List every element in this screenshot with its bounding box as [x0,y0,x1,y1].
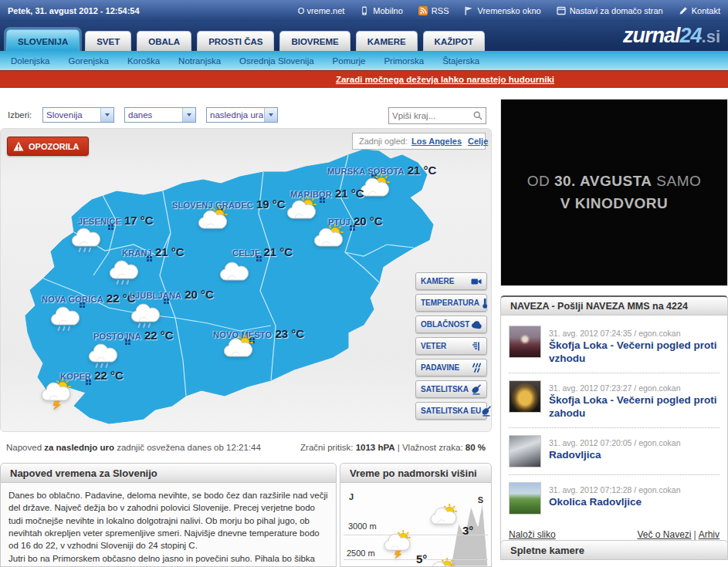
filter-select[interactable]: danes [124,107,196,123]
city-marker[interactable]: KOPER 22 °C [60,369,124,382]
region-link[interactable]: Štajerska [442,56,479,66]
warnings-button[interactable]: OPOZORILA [7,137,89,156]
naveza-thumbnail[interactable] [509,380,541,413]
altitude-body: J S 3000 m 3° 2500 m 5 [340,483,492,567]
city-temperature: 22 °C [144,329,174,342]
pencil-icon [679,6,688,15]
topbar-link[interactable]: Nastavi za domačo stran [557,6,663,15]
naveza-item: 31. avg. 2012 07:24:35 / egon.cokan Škof… [509,319,720,373]
map-layer-button[interactable]: SATELITSKA EU [415,402,487,420]
naveza-item-link[interactable]: Škofja Loka - Večerni pogled proti vzhod… [549,339,720,366]
more-naveza-link[interactable]: Več o Navezi [637,529,691,540]
city-marker[interactable]: JESENICE 17 °C [78,214,154,227]
alert-link[interactable]: Zaradi močnega deževja lahko narastejo h… [336,75,554,84]
city-temperature: 21 °C [155,245,185,258]
naveza-item-link[interactable]: Okolica Radovljice [549,496,680,509]
naveza-date: 31. avg. 2012 07:12:28 / egon.cokan [549,485,680,494]
region-nav: Dolenjska Gorenjska Koroška Notranjska O… [0,51,728,70]
forecast-text: Danes bo oblačno. Padavine, deloma nevih… [0,483,337,567]
naveza-thumbnail[interactable] [509,482,541,515]
topbar-link[interactable]: Vremensko okno [464,6,540,15]
chevron-down-icon[interactable] [264,108,277,122]
naveza-panel: NAVEZA - Pošlji NAVEZA MMS na 4224 31. a… [500,295,728,547]
archive-link[interactable]: Arhiv [699,529,720,540]
city-marker[interactable]: PTUJ 20 °C [328,214,383,228]
map-layer-button[interactable]: VETER [415,337,487,355]
city-marker[interactable]: MARIBOR 21 °C [290,187,364,200]
datetime-label: Petek, 31. avgust 2012 - 12:54:54 [8,6,140,15]
city-marker[interactable]: SLOVENJ GRADEC 19 °C [172,197,286,211]
region-link[interactable]: Gorenjska [69,56,109,66]
topbar-link[interactable]: O vreme.net [285,6,345,15]
search-box [388,107,486,124]
nav-tab[interactable]: SVET [85,31,131,51]
city-marker[interactable]: NOVO MESTO 23 °C [213,327,304,340]
rss-icon [418,6,428,15]
map-layer-button[interactable]: TEMPERATURA [415,294,487,312]
satellite-icon [471,384,482,395]
city-marker[interactable]: NOVA GORICA 22 °C [42,292,136,305]
cloud-icon [471,319,482,330]
naveza-item-link[interactable]: Radovljica [549,449,680,462]
upload-photo-link[interactable]: Naloži sliko [509,529,556,540]
region-link[interactable]: Osrednja Slovenija [239,56,314,66]
city-marker[interactable]: MURSKA SOBOTA 21 °C [327,164,436,177]
search-icon[interactable] [473,111,483,120]
naveza-thumbnail[interactable] [509,326,541,358]
map-layer-button[interactable]: OBLAČNOST [415,316,487,333]
city-marker[interactable]: KRANJ 21 °C [122,245,185,258]
weather-icon [311,223,347,255]
weather-icon [195,205,231,238]
topbar-link[interactable]: Kontakt [679,6,720,15]
chevron-down-icon[interactable] [100,108,113,122]
nav-tab[interactable]: OBALA [137,31,191,51]
naveza-item-link[interactable]: Škofja Loka - Večerni pogled proti zahod… [549,394,720,420]
map-pin-icon [147,256,149,258]
nav-tab[interactable]: KAMERE [356,31,418,51]
filter-label: Izberi: [8,110,32,120]
last-viewed-link[interactable]: Los Angeles [411,137,462,146]
topbar-link[interactable]: RSS [418,6,449,15]
raindrops-icon [471,363,482,373]
sidebar: OD 30. AVGUSTA SAMO V KINODVORU NAVEZA -… [500,88,728,567]
city-temperature: 21 °C [263,245,293,258]
satellite-icon [481,406,492,417]
phone-icon [360,6,369,15]
city-temperature: 17 °C [124,214,154,227]
last-viewed-link[interactable]: Celje [468,137,488,146]
altitude-label: 2500 m [347,548,375,558]
naveza-thumbnail[interactable] [509,435,541,467]
region-link[interactable]: Primorska [384,56,424,66]
city-marker[interactable]: POSTOJNA 22 °C [93,329,174,342]
map-layer-button[interactable]: PADAVINE [415,359,487,376]
naveza-date: 31. avg. 2012 07:24:35 / egon.cokan [549,329,680,338]
city-marker[interactable]: CELJE 21 °C [232,245,293,258]
nav-tab[interactable]: KAŽIPOT [423,31,485,51]
region-link[interactable]: Notranjska [178,56,221,66]
city-marker[interactable]: LJUBLJANA 20 °C [130,288,214,301]
nav-tab[interactable]: SLOVENIJA [6,29,80,51]
search-input[interactable] [392,111,473,120]
naveza-item: 31. avg. 2012 07:20:05 / egon.cokan Rado… [509,428,720,475]
region-link[interactable]: Koroška [127,56,160,66]
city-temperature: 19 °C [256,197,286,211]
ad-banner[interactable]: OD 30. AVGUSTA SAMO V KINODVORU [500,99,728,286]
region-link[interactable]: Dolenjska [11,56,50,66]
nav-tab[interactable]: BIOVREME [279,31,350,51]
filter-select[interactable]: naslednja ura [206,107,278,123]
topbar-link[interactable]: Mobilno [360,6,403,15]
chevron-down-icon[interactable] [182,108,195,122]
weather-icon [425,557,458,567]
filter-select[interactable]: Slovenija [42,107,114,123]
logo[interactable]: zurnal24.si [623,24,720,48]
map-layer-button[interactable]: KAMERE [415,272,487,290]
map-pin-icon [125,339,127,342]
map-pin-icon [86,380,88,382]
region-link[interactable]: Pomurje [333,56,366,66]
filter-selects: Slovenija danes naslednja ura [42,107,278,123]
map-layer-button[interactable]: SATELITSKA [415,380,487,398]
map-pin-icon [350,225,352,228]
city-temperature: 20 °C [185,288,214,301]
nav-tab[interactable]: PROSTI ČAS [197,31,274,51]
map-layer-buttons: KAMERE TEMPERATURA OBLAČNOST VETER [415,272,487,420]
